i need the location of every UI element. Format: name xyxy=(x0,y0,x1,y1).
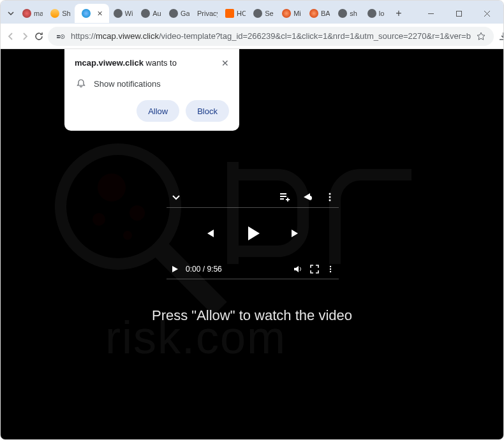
svg-rect-1 xyxy=(456,11,461,16)
url-text: https://mcap.viwew.click/video-template?… xyxy=(71,31,471,41)
window-controls xyxy=(417,4,501,22)
svg-point-19 xyxy=(329,199,331,201)
favicon-icon xyxy=(22,9,31,18)
share-icon[interactable] xyxy=(302,191,313,203)
collapse-icon[interactable] xyxy=(170,191,182,203)
tab-5[interactable]: Ga xyxy=(165,4,193,23)
bookmark-icon[interactable] xyxy=(476,31,486,41)
tab-2-active[interactable]: ✕ xyxy=(75,4,109,23)
playlist-add-icon[interactable] xyxy=(279,191,290,203)
previous-icon[interactable] xyxy=(202,226,216,240)
play-small-icon[interactable] xyxy=(170,265,179,274)
page-content: risk.com mcap.viwew.click wants to ✕ Sho… xyxy=(1,49,503,440)
reload-button[interactable] xyxy=(34,27,44,46)
site-settings-icon[interactable] xyxy=(56,31,66,41)
fullscreen-icon[interactable] xyxy=(309,264,320,274)
tab-6[interactable]: Privacy xyxy=(193,4,221,23)
tab-3[interactable]: Wi xyxy=(109,4,137,23)
favicon-icon xyxy=(82,9,91,18)
next-icon[interactable] xyxy=(289,226,303,240)
downloads-button[interactable] xyxy=(498,27,504,46)
svg-rect-3 xyxy=(57,37,60,38)
tab-label: Mi xyxy=(293,10,301,17)
bell-icon xyxy=(76,78,86,89)
close-tab-icon[interactable]: ✕ xyxy=(97,10,103,18)
svg-point-22 xyxy=(330,270,331,272)
svg-point-21 xyxy=(330,268,331,269)
tab-label: Ga xyxy=(181,10,189,17)
tab-10[interactable]: BA xyxy=(306,4,334,23)
globe-icon xyxy=(253,9,262,18)
tab-label: lo xyxy=(379,10,385,17)
svg-point-20 xyxy=(330,265,331,267)
close-dialog-button[interactable]: ✕ xyxy=(221,58,229,68)
globe-icon xyxy=(114,9,122,18)
globe-icon xyxy=(141,9,150,18)
svg-point-18 xyxy=(329,196,331,198)
time-display: 0:00 / 9:56 xyxy=(186,265,222,274)
toolbar: https://mcap.viwew.click/video-template?… xyxy=(1,24,503,49)
play-icon[interactable] xyxy=(243,224,262,243)
svg-point-15 xyxy=(123,231,132,240)
globe-icon xyxy=(169,9,178,18)
instruction-text: Press "Allow" to watch the video xyxy=(1,307,503,324)
tab-9[interactable]: Mi xyxy=(278,4,306,23)
maximize-button[interactable] xyxy=(445,4,473,22)
tab-7[interactable]: HC xyxy=(221,4,249,23)
close-window-button[interactable] xyxy=(473,4,501,22)
video-player: 0:00 / 9:56 xyxy=(167,186,339,279)
svg-point-5 xyxy=(62,36,63,37)
favicon-icon xyxy=(309,9,318,18)
tab-label: Sh xyxy=(62,10,70,17)
favicon-icon xyxy=(50,9,59,18)
permission-title: mcap.viwew.click wants to xyxy=(75,58,177,68)
tab-label: ma xyxy=(34,10,43,17)
svg-point-13 xyxy=(130,205,145,221)
svg-point-10 xyxy=(61,149,175,264)
block-button[interactable]: Block xyxy=(186,100,229,122)
tab-1[interactable]: Sh xyxy=(47,4,75,23)
permission-text: Show notifications xyxy=(94,79,161,89)
address-bar[interactable]: https://mcap.viwew.click/video-template?… xyxy=(48,27,494,46)
tab-label: HC xyxy=(237,10,246,17)
tab-4[interactable]: Au xyxy=(137,4,165,23)
volume-icon[interactable] xyxy=(293,264,303,274)
tab-0[interactable]: ma xyxy=(19,4,47,23)
tab-search-button[interactable] xyxy=(3,6,19,21)
permission-dialog: mcap.viwew.click wants to ✕ Show notific… xyxy=(64,49,239,131)
more-settings-icon[interactable] xyxy=(326,265,335,274)
globe-icon xyxy=(338,9,347,18)
svg-rect-2 xyxy=(57,35,60,36)
tab-label: Se xyxy=(265,10,273,17)
tab-label: Privacy xyxy=(197,10,218,17)
tab-label: Wi xyxy=(125,10,133,17)
svg-point-17 xyxy=(329,193,331,194)
tab-strip: ma Sh ✕ Wi Au Ga Privacy HC Se Mi BA sh … xyxy=(1,1,503,24)
forward-button[interactable] xyxy=(20,27,30,46)
svg-point-12 xyxy=(98,173,126,202)
tab-label: sh xyxy=(350,10,357,17)
globe-icon xyxy=(367,9,376,18)
more-icon[interactable] xyxy=(325,192,335,202)
tab-label: Au xyxy=(152,10,161,17)
tab-label: BA xyxy=(321,10,330,17)
new-tab-button[interactable]: + xyxy=(390,8,408,19)
tab-8[interactable]: Se xyxy=(249,4,278,23)
tab-11[interactable]: sh xyxy=(334,4,362,23)
tab-12[interactable]: lo xyxy=(362,4,390,23)
back-button[interactable] xyxy=(6,27,16,46)
minimize-button[interactable] xyxy=(417,4,445,22)
svg-point-14 xyxy=(93,213,105,226)
favicon-icon xyxy=(225,9,234,18)
allow-button[interactable]: Allow xyxy=(137,100,179,122)
favicon-icon xyxy=(282,9,291,18)
